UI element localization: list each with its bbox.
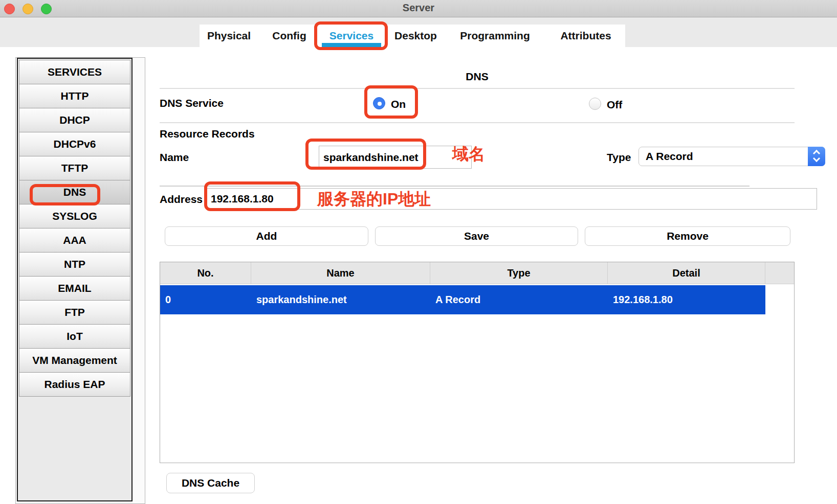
- table-row[interactable]: 0 sparkandshine.net A Record 192.168.1.8…: [160, 285, 765, 314]
- divider: [160, 88, 795, 89]
- sidebar-item-ntp[interactable]: NTP: [19, 252, 130, 277]
- dns-service-label: DNS Service: [160, 97, 224, 109]
- sidebar-item-email[interactable]: EMAIL: [19, 276, 130, 301]
- divider: [160, 186, 750, 187]
- sidebar-item-ftp[interactable]: FTP: [19, 300, 130, 325]
- name-input[interactable]: [319, 146, 472, 169]
- window-title: Server: [0, 2, 837, 14]
- dns-service-on-label: On: [391, 98, 406, 110]
- active-tab-underline: [322, 43, 381, 49]
- tab-programming[interactable]: Programming: [450, 25, 540, 47]
- dns-service-off-radio[interactable]: [589, 98, 601, 110]
- tab-physical[interactable]: Physical: [200, 25, 258, 47]
- sidebar-item-vm-management[interactable]: VM Management: [19, 348, 130, 373]
- resource-records-label: Resource Records: [160, 128, 255, 140]
- sidebar-item-aaa[interactable]: AAA: [19, 228, 130, 253]
- services-sidebar: SERVICES HTTP DHCP DHCPv6 TFTP DNS SYSLO…: [17, 58, 133, 501]
- save-button[interactable]: Save: [375, 226, 578, 246]
- sidebar-item-tftp[interactable]: TFTP: [19, 156, 130, 180]
- remove-button[interactable]: Remove: [585, 226, 790, 246]
- dns-service-off-label: Off: [607, 99, 622, 111]
- sidebar-item-syslog[interactable]: SYSLOG: [19, 204, 130, 228]
- address-label: Address: [160, 193, 203, 205]
- name-label: Name: [160, 151, 189, 164]
- sidebar-item-http[interactable]: HTTP: [19, 84, 130, 108]
- row-detail: 192.168.1.80: [608, 285, 765, 314]
- table-header-no: No.: [160, 262, 251, 284]
- table-header-type: Type: [430, 262, 608, 284]
- title-bar: Server: [0, 0, 837, 17]
- chevron-down-icon: [813, 155, 820, 162]
- address-input[interactable]: [206, 188, 817, 210]
- add-button[interactable]: Add: [165, 226, 368, 246]
- dns-service-on-radio[interactable]: [373, 97, 385, 109]
- row-type: A Record: [430, 285, 608, 314]
- table-header-row: No. Name Type Detail: [160, 262, 794, 284]
- select-stepper-icon: [808, 147, 825, 166]
- annotation-domain-note: 域名: [452, 143, 485, 166]
- table-header-spacer: [765, 262, 794, 284]
- tab-desktop[interactable]: Desktop: [386, 25, 445, 47]
- annotation-ip-note: 服务器的IP地址: [317, 188, 431, 211]
- resource-records-table: No. Name Type Detail 0 sparkandshine.net…: [160, 262, 795, 463]
- type-select[interactable]: A Record: [638, 147, 825, 166]
- tab-attributes[interactable]: Attributes: [545, 25, 627, 47]
- sidebar-item-dhcp[interactable]: DHCP: [19, 108, 130, 132]
- type-select-value: A Record: [646, 147, 693, 166]
- dns-heading: DNS: [160, 71, 795, 83]
- table-header-name: Name: [251, 262, 430, 284]
- sidebar-item-dns[interactable]: DNS: [19, 180, 130, 204]
- dns-cache-button[interactable]: DNS Cache: [166, 473, 255, 493]
- table-header-detail: Detail: [608, 262, 765, 284]
- row-name: sparkandshine.net: [251, 285, 430, 314]
- sidebar-item-radius-eap[interactable]: Radius EAP: [19, 372, 130, 397]
- type-label: Type: [607, 151, 631, 164]
- sidebar-item-dhcpv6[interactable]: DHCPv6: [19, 132, 130, 156]
- sidebar-item-services[interactable]: SERVICES: [19, 60, 130, 84]
- tab-config[interactable]: Config: [262, 25, 316, 47]
- row-no: 0: [160, 285, 251, 314]
- sidebar-item-iot[interactable]: IoT: [19, 324, 130, 349]
- divider: [160, 122, 795, 123]
- server-config-window: Server Physical Config Services Desktop …: [0, 0, 837, 504]
